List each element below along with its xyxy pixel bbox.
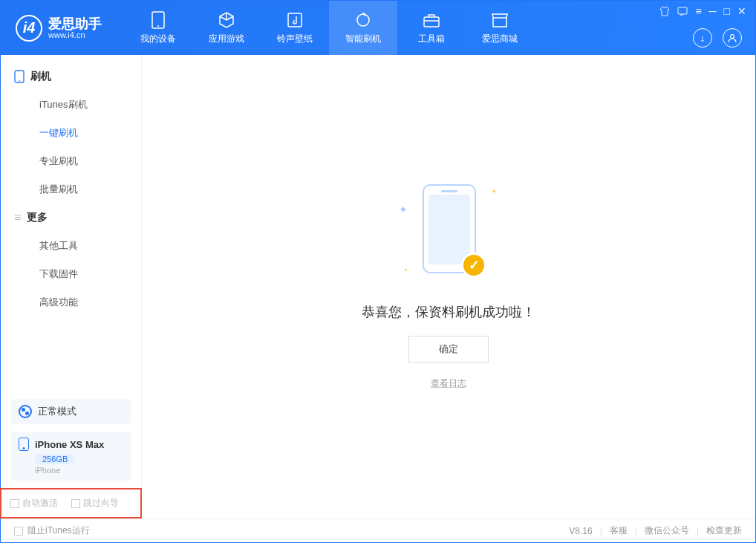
menu-icon[interactable]: ≡ (695, 5, 701, 17)
checkbox-box-icon (71, 499, 80, 508)
checkbox-label: 自动激活 (22, 497, 58, 510)
phone-icon (19, 438, 29, 451)
title-bar: i4 爱思助手 www.i4.cn 我的设备 应用游戏 铃声壁纸 智能刷机 (1, 1, 755, 55)
device-section: 正常模式 iPhone XS Max 256GB iPhone (1, 391, 141, 488)
cube-icon (218, 10, 235, 30)
app-logo: i4 爱思助手 www.i4.cn (16, 15, 102, 42)
checkbox-label: 跳过向导 (83, 497, 119, 510)
device-name: iPhone XS Max (35, 439, 104, 450)
footer-link-wechat[interactable]: 微信公众号 (645, 524, 689, 537)
device-icon (151, 10, 165, 30)
sparkle-icon: ✦ (399, 204, 408, 215)
svg-point-1 (157, 25, 159, 27)
window-controls: ≡ ─ □ ✕ (659, 5, 746, 17)
list-icon: ≡ (14, 211, 21, 224)
checkmark-badge-icon: ✓ (461, 253, 486, 278)
logo-icon: i4 (16, 15, 42, 42)
separator: | (697, 526, 699, 536)
sidebar-scroll: 刷机 iTunes刷机 一键刷机 专业刷机 批量刷机 ≡ 更多 其他工具 下载固… (1, 55, 141, 391)
sidebar-item-advanced[interactable]: 高级功能 (1, 288, 141, 316)
sidebar: 刷机 iTunes刷机 一键刷机 专业刷机 批量刷机 ≡ 更多 其他工具 下载固… (1, 55, 142, 518)
checkbox-box-icon (10, 499, 19, 508)
sidebar-item-download-firmware[interactable]: 下载固件 (1, 260, 141, 288)
phone-screen-icon (428, 195, 470, 264)
device-storage-badge: 256GB (35, 454, 75, 464)
device-info-box[interactable]: iPhone XS Max 256GB iPhone (11, 432, 131, 481)
version-label: V8.16 (569, 526, 592, 536)
sidebar-item-pro-flash[interactable]: 专业刷机 (1, 147, 141, 175)
svg-rect-2 (288, 13, 302, 27)
sidebar-item-other-tools[interactable]: 其他工具 (1, 232, 141, 260)
checkbox-label: 阻止iTunes运行 (27, 524, 90, 537)
sidebar-group-flash: 刷机 (1, 62, 141, 91)
separator: | (635, 526, 637, 536)
sidebar-item-oneclick-flash[interactable]: 一键刷机 (1, 119, 141, 147)
success-illustration: ✦ ✦ ✦ ✓ (408, 184, 489, 288)
main-content: ✦ ✦ ✦ ✓ 恭喜您，保资料刷机成功啦！ 确定 查看日志 (142, 55, 755, 518)
app-site: www.i4.cn (48, 30, 102, 39)
nav-store[interactable]: 爱思商城 (466, 1, 534, 55)
status-bar: 阻止iTunes运行 V8.16 | 客服 | 微信公众号 | 检查更新 (1, 518, 755, 542)
sidebar-item-batch-flash[interactable]: 批量刷机 (1, 175, 141, 204)
nav-label: 智能刷机 (345, 33, 381, 45)
music-icon (287, 10, 303, 30)
minimize-icon[interactable]: ─ (709, 5, 717, 17)
app-name: 爱思助手 (48, 17, 102, 30)
toolbox-icon (423, 10, 440, 30)
sidebar-group-more: ≡ 更多 (1, 204, 141, 232)
checkbox-box-icon (14, 527, 23, 536)
success-message: 恭喜您，保资料刷机成功啦！ (362, 303, 535, 321)
nav-label: 工具箱 (418, 33, 445, 45)
device-type: iPhone (35, 466, 123, 475)
svg-point-8 (19, 80, 20, 82)
checkbox-skip-guide[interactable]: 跳过向导 (71, 497, 119, 510)
ok-button[interactable]: 确定 (408, 336, 489, 362)
feedback-icon[interactable] (677, 6, 688, 16)
sidebar-group-title: 刷机 (30, 70, 51, 83)
nav-tabs: 我的设备 应用游戏 铃声壁纸 智能刷机 工具箱 爱思商城 (124, 1, 534, 55)
sidebar-item-itunes-flash[interactable]: iTunes刷机 (1, 91, 141, 119)
flash-options-row: 自动激活 跳过向导 (0, 488, 142, 518)
checkbox-auto-activate[interactable]: 自动激活 (10, 497, 58, 510)
checkbox-block-itunes[interactable]: 阻止iTunes运行 (14, 524, 90, 537)
refresh-icon (354, 10, 372, 30)
nav-toolbox[interactable]: 工具箱 (397, 1, 466, 55)
app-body: 刷机 iTunes刷机 一键刷机 专业刷机 批量刷机 ≡ 更多 其他工具 下载固… (1, 55, 755, 518)
nav-label: 爱思商城 (482, 33, 518, 45)
header-action-buttons: ↓ (693, 28, 742, 48)
sidebar-group-title: 更多 (27, 211, 48, 224)
footer-right: V8.16 | 客服 | 微信公众号 | 检查更新 (569, 524, 742, 537)
nav-my-device[interactable]: 我的设备 (124, 1, 192, 55)
sparkle-icon: ✦ (491, 187, 497, 195)
footer-link-check-update[interactable]: 检查更新 (706, 524, 742, 537)
nav-smart-flash[interactable]: 智能刷机 (329, 1, 397, 55)
app-window: i4 爱思助手 www.i4.cn 我的设备 应用游戏 铃声壁纸 智能刷机 (0, 0, 756, 543)
logo-text: 爱思助手 www.i4.cn (48, 17, 102, 39)
footer-link-support[interactable]: 客服 (610, 524, 628, 537)
separator: | (600, 526, 602, 536)
nav-label: 应用游戏 (209, 33, 244, 45)
shirt-icon[interactable] (659, 6, 670, 16)
nav-label: 我的设备 (140, 33, 176, 45)
svg-rect-5 (678, 7, 687, 14)
shop-icon (491, 10, 509, 30)
close-icon[interactable]: ✕ (737, 5, 746, 17)
nav-apps-games[interactable]: 应用游戏 (192, 1, 261, 55)
phone-small-icon (14, 70, 25, 83)
device-mode-label: 正常模式 (38, 405, 76, 418)
view-log-link[interactable]: 查看日志 (431, 377, 466, 390)
nav-label: 铃声壁纸 (277, 33, 313, 45)
mode-icon (19, 405, 32, 418)
nav-ringtone-wallpaper[interactable]: 铃声壁纸 (261, 1, 329, 55)
svg-rect-3 (424, 17, 439, 27)
download-button[interactable]: ↓ (693, 28, 712, 48)
account-button[interactable] (723, 28, 742, 48)
maximize-icon[interactable]: □ (724, 5, 730, 17)
sparkle-icon: ✦ (403, 267, 408, 273)
device-mode-box[interactable]: 正常模式 (11, 399, 131, 424)
svg-point-6 (731, 35, 734, 39)
